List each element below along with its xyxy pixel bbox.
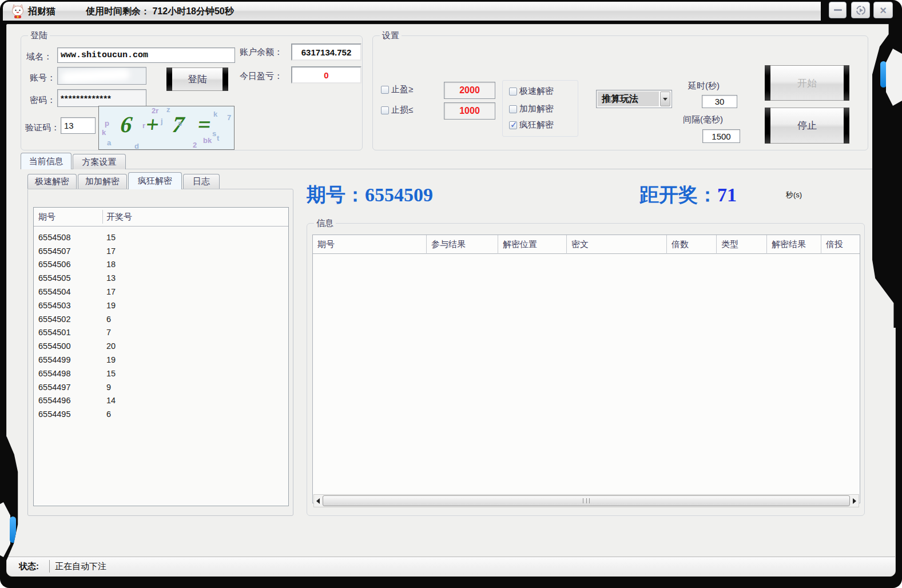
app-title: 招财猫 xyxy=(28,6,55,18)
result-cell: 19 xyxy=(102,355,116,364)
list-item[interactable]: 655450717 xyxy=(34,244,288,258)
history-list-header: 期号 开奖号 xyxy=(34,208,288,227)
list-item[interactable]: 655450513 xyxy=(34,271,288,285)
subtab-speed-decrypt[interactable]: 极速解密 xyxy=(27,174,77,189)
issue-cell: 6554501 xyxy=(34,328,102,337)
maneki-neko-icon xyxy=(11,4,25,19)
scrollbar-thumb[interactable] xyxy=(323,495,850,506)
current-issue-label: 期号： xyxy=(307,184,365,205)
settings-target-button[interactable] xyxy=(851,2,870,18)
history-rows: 655450815 655450717 655450618 655450513 … xyxy=(34,231,288,421)
history-listbox[interactable]: 期号 开奖号 655450815 655450717 655450618 655… xyxy=(33,207,289,506)
password-input[interactable] xyxy=(57,89,146,107)
info-col-decrypt-pos[interactable]: 解密位置 xyxy=(498,235,567,254)
issue-cell: 6554503 xyxy=(34,301,102,310)
result-cell: 15 xyxy=(102,233,116,242)
captcha-noise: 7 xyxy=(227,113,231,122)
captcha-image[interactable]: 6 + 7 = 2r z k 7 p k j s r s bk t a d 2 xyxy=(98,106,235,150)
delay-label: 延时(秒) xyxy=(688,81,720,92)
time-remaining-label: 使用时间剩余： 712小时18分钟50秒 xyxy=(86,6,234,18)
info-col-multiple[interactable]: 倍数 xyxy=(667,235,717,254)
tab-current-info[interactable]: 当前信息 xyxy=(21,153,71,169)
stop-button[interactable]: 停止 xyxy=(765,108,849,144)
list-item[interactable]: 65545026 xyxy=(34,312,288,326)
stop-win-input[interactable] xyxy=(444,82,495,99)
captcha-noise: p xyxy=(105,119,109,128)
list-item[interactable]: 655449614 xyxy=(34,394,288,408)
history-col-result[interactable]: 开奖号 xyxy=(106,212,132,223)
checkbox-box xyxy=(509,105,517,113)
interval-input[interactable] xyxy=(702,129,740,143)
result-cell: 7 xyxy=(102,328,111,337)
captcha-input[interactable] xyxy=(61,117,96,134)
info-col-cipher[interactable]: 密文 xyxy=(567,235,667,254)
info-col-issue[interactable]: 期号 xyxy=(313,235,427,254)
captcha-label: 验证码： xyxy=(25,122,59,133)
tab-plan-settings[interactable]: 方案设置 xyxy=(73,154,126,169)
status-bar: 状态: 正在自动下注 xyxy=(7,557,895,575)
result-cell: 15 xyxy=(102,369,116,378)
check-icon: ✓ xyxy=(510,120,518,130)
list-item[interactable]: 655449919 xyxy=(34,353,288,367)
info-col-decrypt-result[interactable]: 解密结果 xyxy=(767,235,821,254)
history-col-issue[interactable]: 期号 xyxy=(38,212,55,223)
list-item[interactable]: 655449815 xyxy=(34,367,288,380)
checkbox-speed-decrypt[interactable]: 极速解密 xyxy=(509,86,554,97)
checkbox-label: 加加解密 xyxy=(519,104,554,114)
stop-win-checkbox[interactable]: 止盈≥ xyxy=(381,84,413,95)
checkbox-box xyxy=(381,86,389,94)
issue-cell: 6554504 xyxy=(34,287,102,296)
issue-cell: 6554497 xyxy=(34,383,102,392)
account-input[interactable] xyxy=(57,67,146,85)
issue-cell: 6554496 xyxy=(34,396,102,405)
result-cell: 6 xyxy=(102,315,111,324)
pnl-label: 今日盈亏： xyxy=(240,71,283,82)
countdown-value: 71 xyxy=(717,184,737,205)
scroll-left-button[interactable] xyxy=(314,495,322,507)
dropdown-button[interactable] xyxy=(660,92,670,106)
result-cell: 18 xyxy=(102,260,116,269)
delay-input[interactable] xyxy=(702,95,737,108)
info-col-bet-multiple[interactable]: 倍投 xyxy=(821,235,860,254)
list-item[interactable]: 655450417 xyxy=(34,285,288,299)
result-cell: 6 xyxy=(102,410,111,419)
stop-loss-checkbox[interactable]: 止损≤ xyxy=(381,105,413,116)
target-icon xyxy=(856,5,866,15)
close-button[interactable]: × xyxy=(873,2,893,18)
domain-input[interactable] xyxy=(57,47,235,63)
account-label: 账号： xyxy=(30,73,55,84)
login-button[interactable]: 登陆 xyxy=(166,67,228,91)
blue-accent-stripe xyxy=(880,61,887,88)
account-redaction-blur xyxy=(61,69,130,84)
info-col-join-result[interactable]: 参与结果 xyxy=(427,235,498,254)
captcha-noise: 2r xyxy=(152,106,158,115)
checkbox-crazy-decrypt[interactable]: ✓ 疯狂解密 xyxy=(509,120,554,130)
list-item[interactable]: 655450618 xyxy=(34,258,288,272)
white-chevron-shape xyxy=(0,502,10,557)
issue-cell: 6554500 xyxy=(34,341,102,351)
list-item[interactable]: 65544979 xyxy=(34,380,288,394)
list-item[interactable]: 655450319 xyxy=(34,299,288,312)
play-mode-dropdown[interactable]: 推算玩法 xyxy=(596,90,672,108)
list-item[interactable]: 65545017 xyxy=(34,326,288,340)
issue-cell: 6554508 xyxy=(34,233,102,242)
status-divider xyxy=(49,560,50,573)
subtab-log[interactable]: 日志 xyxy=(183,174,220,189)
captcha-noise: k xyxy=(102,128,106,137)
captcha-noise: r xyxy=(142,121,145,130)
scroll-right-button[interactable] xyxy=(851,495,859,507)
list-item[interactable]: 65544956 xyxy=(34,407,288,421)
minimize-button[interactable] xyxy=(829,2,847,18)
subtab-crazy-decrypt[interactable]: 疯狂解密 xyxy=(128,172,182,189)
interval-label: 间隔(毫秒) xyxy=(683,114,723,125)
list-item[interactable]: 655450020 xyxy=(34,339,288,353)
subtab-plus-decrypt[interactable]: 加加解密 xyxy=(78,174,127,189)
captcha-noise: d xyxy=(134,142,139,150)
list-item[interactable]: 655450815 xyxy=(34,231,288,244)
horizontal-scrollbar[interactable] xyxy=(313,494,859,507)
checkbox-plus-decrypt[interactable]: 加加解密 xyxy=(509,104,554,114)
stop-loss-input[interactable] xyxy=(444,102,495,120)
play-mode-value: 推算玩法 xyxy=(598,92,659,106)
info-col-type[interactable]: 类型 xyxy=(717,235,767,254)
start-button[interactable]: 开始 xyxy=(765,65,849,101)
